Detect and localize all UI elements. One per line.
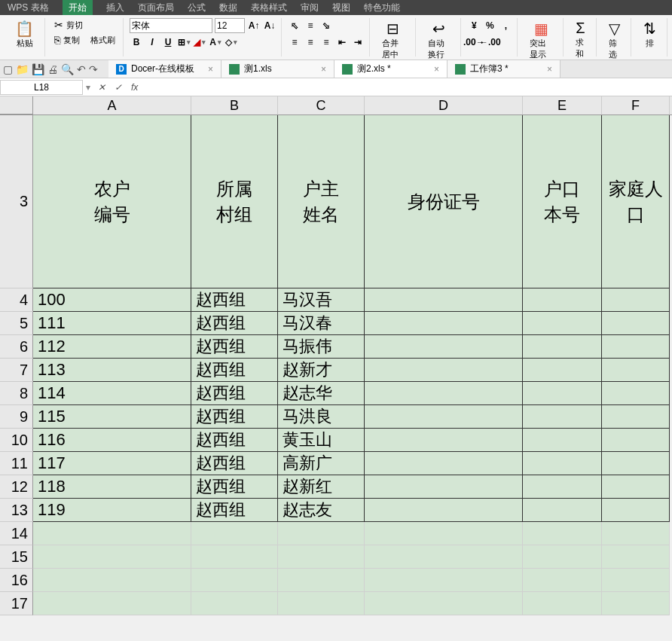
close-icon[interactable]: ×	[208, 64, 213, 75]
font-color-button[interactable]: A▾	[209, 35, 222, 49]
cell[interactable]	[365, 499, 523, 522]
cell[interactable]	[602, 312, 670, 335]
cell[interactable]	[191, 545, 278, 569]
cell[interactable]	[191, 569, 278, 592]
menu-item[interactable]: 插入	[106, 2, 124, 14]
cell[interactable]	[602, 569, 670, 592]
row-header[interactable]: 14	[0, 522, 33, 545]
cell[interactable]: 高新广	[278, 452, 365, 475]
close-icon[interactable]: ×	[321, 64, 326, 75]
cell[interactable]	[602, 452, 670, 475]
align-bottom-icon[interactable]: ⬂	[319, 19, 333, 32]
cell[interactable]: 100	[33, 288, 191, 312]
cell[interactable]: 赵志友	[278, 499, 365, 522]
header-cell-E[interactable]: 户口 本号	[523, 115, 602, 288]
percent-button[interactable]: %	[483, 19, 496, 32]
cell[interactable]	[523, 359, 602, 382]
font-name-select[interactable]	[130, 18, 212, 33]
row-header-3[interactable]: 3	[0, 115, 33, 288]
paste-button[interactable]: 📋 粘贴	[9, 18, 40, 50]
cell[interactable]	[278, 592, 365, 615]
cell[interactable]	[365, 545, 523, 569]
tab-file-1[interactable]: 测1.xls ×	[221, 60, 334, 78]
cell[interactable]: 赵新才	[278, 359, 365, 382]
formula-input[interactable]	[142, 80, 672, 95]
indent-increase-icon[interactable]: ⇥	[351, 35, 365, 49]
cell[interactable]	[523, 335, 602, 359]
cell[interactable]: 赵西组	[191, 359, 278, 382]
cell[interactable]	[602, 545, 670, 569]
copy-button[interactable]: ⎘ 复制	[51, 33, 83, 47]
cell[interactable]	[365, 288, 523, 312]
cell[interactable]	[602, 522, 670, 545]
row-header[interactable]: 8	[0, 382, 33, 405]
align-center-icon[interactable]: ≡	[304, 35, 317, 49]
row-header[interactable]: 9	[0, 405, 33, 429]
menu-item[interactable]: 视图	[332, 2, 350, 14]
align-left-icon[interactable]: ≡	[288, 35, 301, 49]
cell[interactable]	[523, 569, 602, 592]
cell[interactable]	[602, 405, 670, 429]
cell[interactable]: 赵西组	[191, 405, 278, 429]
fill-color-button[interactable]: ◢▾	[193, 35, 206, 49]
cell[interactable]: 赵新红	[278, 475, 365, 499]
row-header[interactable]: 6	[0, 335, 33, 359]
wrap-text-button[interactable]: ↩ 自动换行	[422, 18, 457, 62]
cancel-icon[interactable]: ✕	[93, 82, 110, 93]
cell[interactable]	[523, 429, 602, 452]
menu-item-active[interactable]: 开始	[63, 0, 93, 15]
cell[interactable]	[365, 312, 523, 335]
align-top-icon[interactable]: ⬁	[288, 19, 301, 32]
cell[interactable]: 115	[33, 405, 191, 429]
border-button[interactable]: ⊞▾	[177, 35, 191, 49]
cell[interactable]	[602, 499, 670, 522]
row-header[interactable]: 11	[0, 452, 33, 475]
cell[interactable]: 马汉春	[278, 312, 365, 335]
menu-item[interactable]: WPS 表格	[8, 2, 49, 14]
cell[interactable]: 赵西组	[191, 382, 278, 405]
print-icon[interactable]: 🖨	[47, 63, 58, 75]
cell[interactable]: 119	[33, 499, 191, 522]
currency-button[interactable]: ¥	[467, 19, 481, 32]
filter-button[interactable]: ▽ 筛选	[603, 18, 626, 62]
increase-font-icon[interactable]: A↑	[247, 19, 261, 32]
select-all-corner[interactable]	[0, 96, 33, 114]
align-middle-icon[interactable]: ≡	[304, 19, 317, 32]
header-cell-B[interactable]: 所属 村组	[191, 115, 278, 288]
redo-icon[interactable]: ↷	[89, 63, 98, 75]
cell[interactable]: 111	[33, 312, 191, 335]
align-right-icon[interactable]: ≡	[319, 35, 333, 49]
tab-docer[interactable]: D Docer-在线模板 ×	[108, 60, 221, 78]
highlight-button[interactable]: ▦ 突出显示	[524, 18, 558, 62]
merge-center-button[interactable]: ⊟ 合并居中	[376, 18, 411, 62]
cell[interactable]	[365, 569, 523, 592]
menu-item[interactable]: 公式	[188, 2, 206, 14]
cell[interactable]	[523, 382, 602, 405]
cell[interactable]	[278, 569, 365, 592]
col-header-D[interactable]: D	[365, 96, 523, 114]
menu-item[interactable]: 特色功能	[364, 2, 400, 14]
cell[interactable]	[523, 592, 602, 615]
cell[interactable]	[33, 545, 191, 569]
cell[interactable]	[33, 592, 191, 615]
print-preview-icon[interactable]: 🔍	[61, 63, 74, 75]
row-header[interactable]: 15	[0, 545, 33, 569]
col-header-F[interactable]: F	[602, 96, 670, 114]
cell[interactable]	[523, 288, 602, 312]
tab-file-2[interactable]: 测2.xls * ×	[334, 60, 447, 78]
name-box[interactable]	[0, 80, 83, 95]
header-cell-C[interactable]: 户主 姓名	[278, 115, 365, 288]
cell[interactable]: 118	[33, 475, 191, 499]
row-header[interactable]: 12	[0, 475, 33, 499]
row-header[interactable]: 4	[0, 288, 33, 312]
cell[interactable]	[602, 335, 670, 359]
indent-decrease-icon[interactable]: ⇤	[335, 35, 349, 49]
cell[interactable]	[523, 312, 602, 335]
cell[interactable]	[602, 475, 670, 499]
decrease-decimal-icon[interactable]: ←.00	[483, 35, 496, 49]
row-header[interactable]: 16	[0, 569, 33, 592]
bold-button[interactable]: B	[130, 35, 143, 49]
menu-item[interactable]: 页面布局	[138, 2, 174, 14]
menu-item[interactable]: 审阅	[301, 2, 319, 14]
new-icon[interactable]: ▢	[3, 63, 13, 75]
